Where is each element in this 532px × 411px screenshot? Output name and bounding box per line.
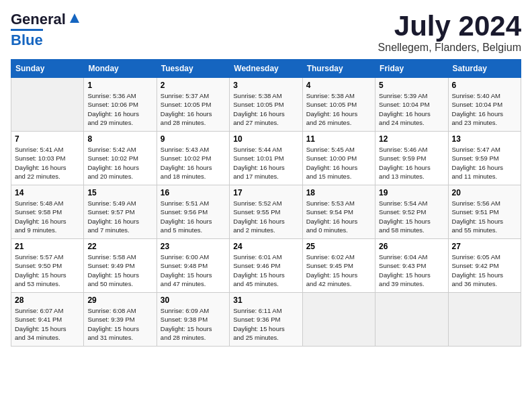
calendar-cell: 27Sunrise: 6:05 AM Sunset: 9:42 PM Dayli… [448, 239, 521, 293]
day-number: 14 [15, 188, 80, 197]
logo-blue: Blue [11, 32, 43, 49]
day-info: Sunrise: 5:45 AM Sunset: 10:00 PM Daylig… [306, 145, 371, 181]
calendar-cell: 2Sunrise: 5:37 AM Sunset: 10:05 PM Dayli… [157, 78, 229, 132]
logo-general: General [11, 11, 66, 28]
calendar-cell: 25Sunrise: 6:02 AM Sunset: 9:45 PM Dayli… [302, 239, 375, 293]
day-info: Sunrise: 5:42 AM Sunset: 10:02 PM Daylig… [87, 145, 152, 181]
calendar-cell: 23Sunrise: 6:00 AM Sunset: 9:48 PM Dayli… [157, 239, 229, 293]
day-number: 16 [161, 188, 226, 197]
day-info: Sunrise: 5:56 AM Sunset: 9:51 PM Dayligh… [452, 199, 517, 234]
calendar-cell: 22Sunrise: 5:58 AM Sunset: 9:49 PM Dayli… [84, 239, 157, 293]
calendar-cell: 9Sunrise: 5:43 AM Sunset: 10:02 PM Dayli… [157, 132, 229, 185]
day-info: Sunrise: 6:00 AM Sunset: 9:48 PM Dayligh… [161, 253, 226, 288]
day-number: 19 [379, 188, 444, 197]
month-title: July 2024 [378, 11, 521, 42]
calendar-cell [11, 78, 84, 132]
calendar-cell: 30Sunrise: 6:09 AM Sunset: 9:38 PM Dayli… [157, 293, 229, 347]
day-info: Sunrise: 6:09 AM Sunset: 9:38 PM Dayligh… [161, 306, 226, 342]
day-number: 17 [233, 188, 298, 197]
calendar-cell: 21Sunrise: 5:57 AM Sunset: 9:50 PM Dayli… [11, 239, 84, 293]
calendar-cell: 15Sunrise: 5:49 AM Sunset: 9:57 PM Dayli… [84, 185, 157, 239]
day-info: Sunrise: 5:39 AM Sunset: 10:04 PM Daylig… [379, 91, 444, 127]
day-number: 30 [161, 295, 226, 305]
day-info: Sunrise: 5:36 AM Sunset: 10:06 PM Daylig… [87, 91, 152, 127]
day-number: 4 [306, 81, 371, 90]
calendar-cell: 24Sunrise: 6:01 AM Sunset: 9:46 PM Dayli… [230, 239, 302, 293]
calendar-cell: 16Sunrise: 5:51 AM Sunset: 9:56 PM Dayli… [157, 185, 229, 239]
day-info: Sunrise: 5:57 AM Sunset: 9:50 PM Dayligh… [15, 253, 80, 288]
calendar-cell: 10Sunrise: 5:44 AM Sunset: 10:01 PM Dayl… [230, 132, 302, 185]
calendar-cell [448, 293, 521, 347]
day-number: 22 [87, 242, 152, 251]
day-info: Sunrise: 6:07 AM Sunset: 9:41 PM Dayligh… [15, 306, 80, 342]
day-number: 31 [233, 295, 298, 305]
day-info: Sunrise: 5:49 AM Sunset: 9:57 PM Dayligh… [87, 199, 152, 234]
day-header-saturday: Saturday [448, 60, 521, 78]
day-info: Sunrise: 6:11 AM Sunset: 9:36 PM Dayligh… [233, 306, 298, 342]
day-header-thursday: Thursday [302, 60, 375, 78]
day-number: 25 [306, 242, 371, 251]
calendar-week-2: 7Sunrise: 5:41 AM Sunset: 10:03 PM Dayli… [11, 132, 521, 185]
day-number: 21 [15, 242, 80, 251]
day-header-tuesday: Tuesday [157, 60, 229, 78]
calendar-cell: 3Sunrise: 5:38 AM Sunset: 10:05 PM Dayli… [230, 78, 302, 132]
day-number: 12 [379, 134, 444, 144]
day-header-sunday: Sunday [11, 60, 84, 78]
day-number: 26 [379, 242, 444, 251]
day-info: Sunrise: 6:02 AM Sunset: 9:45 PM Dayligh… [306, 253, 371, 288]
day-info: Sunrise: 5:54 AM Sunset: 9:52 PM Dayligh… [379, 199, 444, 234]
page-header: General Blue July 2024 Snellegem, Flande… [11, 11, 521, 54]
day-number: 28 [15, 295, 80, 305]
day-info: Sunrise: 5:46 AM Sunset: 9:59 PM Dayligh… [379, 145, 444, 181]
calendar-cell: 29Sunrise: 6:08 AM Sunset: 9:39 PM Dayli… [84, 293, 157, 347]
day-header-monday: Monday [84, 60, 157, 78]
day-info: Sunrise: 5:53 AM Sunset: 9:54 PM Dayligh… [306, 199, 371, 234]
day-info: Sunrise: 5:47 AM Sunset: 9:59 PM Dayligh… [452, 145, 517, 181]
day-number: 23 [161, 242, 226, 251]
logo-line [11, 29, 43, 31]
day-number: 7 [15, 134, 80, 144]
day-info: Sunrise: 5:48 AM Sunset: 9:58 PM Dayligh… [15, 199, 80, 234]
day-info: Sunrise: 5:41 AM Sunset: 10:03 PM Daylig… [15, 145, 80, 181]
day-info: Sunrise: 6:04 AM Sunset: 9:43 PM Dayligh… [379, 253, 444, 288]
day-number: 20 [452, 188, 517, 197]
day-info: Sunrise: 5:44 AM Sunset: 10:01 PM Daylig… [233, 145, 298, 181]
calendar-cell: 4Sunrise: 5:38 AM Sunset: 10:05 PM Dayli… [302, 78, 375, 132]
calendar-week-5: 28Sunrise: 6:07 AM Sunset: 9:41 PM Dayli… [11, 293, 521, 347]
day-number: 11 [306, 134, 371, 144]
calendar-cell: 1Sunrise: 5:36 AM Sunset: 10:06 PM Dayli… [84, 78, 157, 132]
day-number: 5 [379, 81, 444, 90]
calendar-cell: 17Sunrise: 5:52 AM Sunset: 9:55 PM Dayli… [230, 185, 302, 239]
day-number: 13 [452, 134, 517, 144]
day-number: 2 [161, 81, 226, 90]
day-info: Sunrise: 5:37 AM Sunset: 10:05 PM Daylig… [161, 91, 226, 127]
calendar-week-4: 21Sunrise: 5:57 AM Sunset: 9:50 PM Dayli… [11, 239, 521, 293]
calendar-cell: 5Sunrise: 5:39 AM Sunset: 10:04 PM Dayli… [375, 78, 448, 132]
day-number: 27 [452, 242, 517, 251]
calendar-cell [375, 293, 448, 347]
day-info: Sunrise: 6:05 AM Sunset: 9:42 PM Dayligh… [452, 253, 517, 288]
logo-triangle-icon [67, 11, 82, 26]
calendar-cell: 18Sunrise: 5:53 AM Sunset: 9:54 PM Dayli… [302, 185, 375, 239]
calendar-cell: 8Sunrise: 5:42 AM Sunset: 10:02 PM Dayli… [84, 132, 157, 185]
svg-marker-0 [70, 13, 79, 23]
calendar-cell: 7Sunrise: 5:41 AM Sunset: 10:03 PM Dayli… [11, 132, 84, 185]
day-number: 9 [161, 134, 226, 144]
calendar-cell: 13Sunrise: 5:47 AM Sunset: 9:59 PM Dayli… [448, 132, 521, 185]
day-info: Sunrise: 5:51 AM Sunset: 9:56 PM Dayligh… [161, 199, 226, 234]
calendar-cell: 6Sunrise: 5:40 AM Sunset: 10:04 PM Dayli… [448, 78, 521, 132]
calendar-cell: 28Sunrise: 6:07 AM Sunset: 9:41 PM Dayli… [11, 293, 84, 347]
day-info: Sunrise: 5:58 AM Sunset: 9:49 PM Dayligh… [87, 253, 152, 288]
logo: General Blue [11, 11, 82, 49]
location-title: Snellegem, Flanders, Belgium [378, 42, 521, 54]
day-info: Sunrise: 5:40 AM Sunset: 10:04 PM Daylig… [452, 91, 517, 127]
calendar-cell: 26Sunrise: 6:04 AM Sunset: 9:43 PM Dayli… [375, 239, 448, 293]
day-number: 24 [233, 242, 298, 251]
day-number: 3 [233, 81, 298, 90]
day-info: Sunrise: 5:38 AM Sunset: 10:05 PM Daylig… [233, 91, 298, 127]
day-info: Sunrise: 5:52 AM Sunset: 9:55 PM Dayligh… [233, 199, 298, 234]
day-number: 18 [306, 188, 371, 197]
calendar-cell: 20Sunrise: 5:56 AM Sunset: 9:51 PM Dayli… [448, 185, 521, 239]
calendar-week-1: 1Sunrise: 5:36 AM Sunset: 10:06 PM Dayli… [11, 78, 521, 132]
day-header-friday: Friday [375, 60, 448, 78]
